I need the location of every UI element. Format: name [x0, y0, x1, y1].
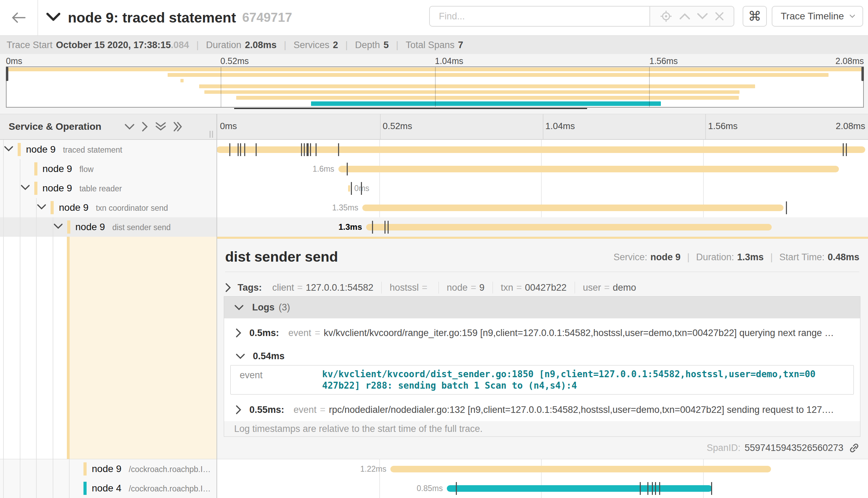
prev-match-chevron-up-icon[interactable] [679, 13, 690, 20]
minimap-right-scrubber[interactable] [861, 67, 864, 81]
span-row[interactable]: node 9txn coordinator send1.35ms [0, 198, 868, 217]
span-duration-bar[interactable] [362, 205, 783, 211]
span-timeline-cell[interactable]: 1.35ms [216, 198, 868, 217]
span-log-marker[interactable] [384, 221, 386, 234]
tag-equals: = [422, 282, 427, 293]
span-timeline-cell[interactable]: 0.85ms [216, 479, 868, 498]
keyboard-shortcuts-button[interactable]: ⌘ [743, 6, 767, 27]
tags-chevron-right-icon [225, 283, 231, 292]
span-log-marker[interactable] [307, 143, 308, 156]
minimap-canvas[interactable] [6, 66, 864, 108]
span-row[interactable]: node 9flow1.6ms [0, 159, 868, 179]
span-color-bar [83, 462, 87, 476]
span-log-marker[interactable] [301, 143, 302, 156]
minimap-left-scrubber[interactable] [6, 67, 8, 81]
span-log-marker[interactable] [388, 221, 389, 234]
span-log-marker[interactable] [361, 182, 362, 195]
span-collapse-chevron-icon[interactable] [20, 184, 30, 192]
span-log-marker[interactable] [304, 143, 305, 156]
span-log-marker[interactable] [659, 482, 660, 495]
log-entry[interactable]: 0.54mseventkv/kvclient/kvcoord/dist_send… [224, 347, 860, 398]
span-log-marker[interactable] [843, 143, 844, 156]
span-timeline-cell[interactable]: 1.6ms [216, 159, 868, 179]
span-log-marker[interactable] [240, 143, 241, 156]
span-timeline-cell[interactable] [216, 140, 868, 159]
tag-equals: = [604, 282, 610, 293]
back-button[interactable] [0, 0, 38, 35]
span-name-cell[interactable]: node 9traced statement [0, 140, 216, 159]
span-id-label: SpanID: [707, 443, 741, 453]
span-timeline-cell[interactable]: 0ms [216, 179, 868, 198]
clear-find-close-icon[interactable] [715, 12, 724, 21]
span-collapse-chevron-icon[interactable] [4, 146, 14, 153]
span-log-marker[interactable] [711, 482, 712, 495]
span-log-marker[interactable] [846, 143, 847, 156]
tags-accordian[interactable]: Tags: client=127.0.0.1:54582hostssl=node… [225, 279, 636, 296]
span-duration-bar[interactable] [390, 466, 771, 472]
span-name-cell[interactable]: node 9flow [0, 159, 216, 179]
span-row[interactable]: node 9dist sender send1.3ms [0, 217, 868, 237]
span-log-marker[interactable] [238, 143, 239, 156]
tag-value: 127.0.0.1:54582 [306, 282, 373, 293]
span-row[interactable]: node 9table reader0ms [0, 179, 868, 198]
span-log-marker[interactable] [647, 482, 648, 495]
span-log-marker[interactable] [310, 143, 311, 156]
span-log-marker[interactable] [338, 143, 339, 156]
span-duration-bar[interactable] [447, 485, 712, 492]
span-log-marker[interactable] [456, 482, 457, 495]
tree-indent-guide [53, 237, 53, 459]
expand-all-double-chevron-right-icon[interactable] [173, 121, 183, 132]
locate-icon[interactable] [660, 10, 672, 22]
tags-label: Tags: [238, 282, 262, 293]
column-divider[interactable] [216, 114, 217, 498]
command-icon: ⌘ [748, 9, 761, 24]
span-log-marker[interactable] [229, 143, 230, 156]
span-log-marker[interactable] [256, 143, 257, 156]
expand-one-chevron-right-icon[interactable] [142, 121, 148, 132]
find-input[interactable] [429, 6, 650, 27]
span-duration-bar[interactable] [216, 146, 865, 153]
next-match-chevron-down-icon[interactable] [697, 13, 708, 20]
span-row[interactable]: node 9traced statement [0, 140, 868, 159]
trace-minimap: 0ms0.52ms1.04ms1.56ms2.08ms [0, 54, 868, 114]
span-log-marker[interactable] [640, 482, 641, 495]
summary-stat-label: Total Spans [406, 40, 454, 51]
span-duration-bar[interactable] [338, 166, 839, 172]
span-log-marker[interactable] [652, 482, 653, 495]
span-collapse-chevron-icon[interactable] [37, 204, 46, 211]
span-log-marker[interactable] [244, 143, 245, 156]
span-log-marker[interactable] [351, 182, 352, 195]
span-log-marker[interactable] [655, 482, 656, 495]
span-id-line: SpanID: 5597415943526560273 [707, 443, 859, 453]
span-duration-bar[interactable] [348, 185, 350, 192]
span-name-cell[interactable]: node 9table reader [0, 179, 216, 198]
span-log-marker[interactable] [316, 143, 317, 156]
span-log-marker[interactable] [786, 201, 787, 214]
logs-header[interactable]: Logs (3) [224, 297, 860, 318]
column-resizer-grip[interactable] [209, 131, 214, 138]
span-row[interactable]: node 4/cockroach.roachpb.I…0.85ms [0, 479, 868, 498]
top-controls: ⌘ Trace Timeline [429, 6, 863, 27]
span-name-cell[interactable]: node 4/cockroach.roachpb.I… [0, 479, 216, 498]
log-entry[interactable]: 0.55ms:event=rpc/nodedialer/nodedialer.g… [224, 398, 860, 421]
span-row[interactable]: node 9/cockroach.roachpb.I…1.22ms [0, 459, 868, 479]
span-name-cell[interactable]: node 9dist sender send [0, 217, 216, 237]
collapse-one-chevron-down-icon[interactable] [124, 124, 135, 130]
span-name-cell[interactable]: node 9/cockroach.roachpb.I… [0, 459, 216, 479]
deep-link-icon[interactable] [849, 443, 859, 453]
span-log-marker[interactable] [372, 221, 373, 234]
trace-view-select[interactable]: Trace Timeline [772, 6, 863, 27]
span-duration-bar[interactable] [366, 224, 772, 230]
log-entry[interactable]: 0.5ms:event=kv/kvclient/kvcoord/range_it… [224, 318, 860, 347]
trace-collapse-chevron-icon[interactable] [46, 13, 60, 22]
collapse-all-double-chevron-down-icon[interactable] [155, 122, 166, 132]
span-name-cell[interactable]: node 9txn coordinator send [0, 198, 216, 217]
span-timeline-cell[interactable]: 1.3ms [216, 217, 868, 237]
span-timeline-cell[interactable]: 1.22ms [216, 459, 868, 479]
log-expanded-header[interactable]: 0.54ms [224, 347, 860, 365]
minimap-tick-label: 1.04ms [435, 56, 463, 66]
span-log-marker[interactable] [347, 163, 348, 175]
span-collapse-chevron-icon[interactable] [53, 223, 63, 231]
tag-key: user [583, 282, 601, 293]
span-log-marker[interactable] [308, 143, 309, 156]
